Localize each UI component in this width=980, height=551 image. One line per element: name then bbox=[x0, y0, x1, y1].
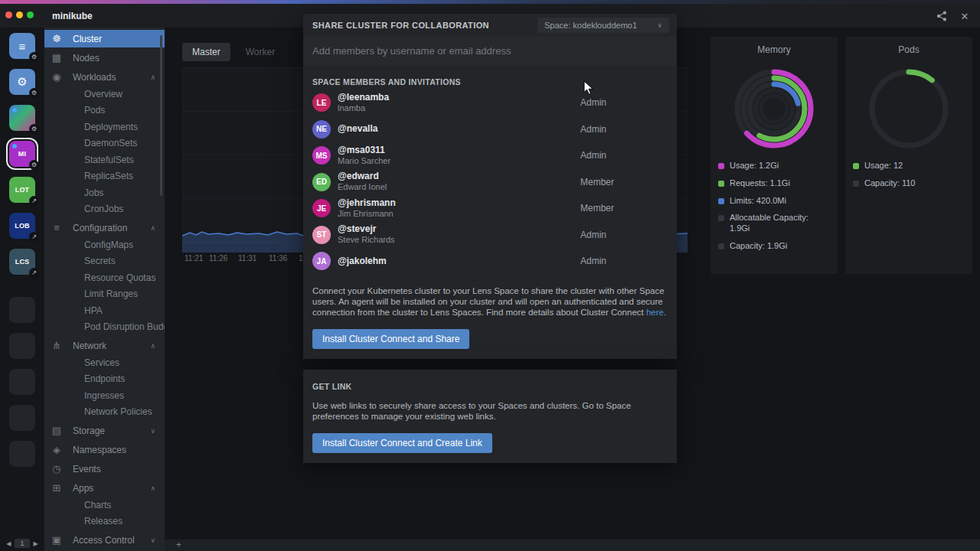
rail-item-badge-icon: ⚙ bbox=[29, 52, 39, 62]
space-selector-dropdown[interactable]: Space: kodeklouddemo1 ∨ bbox=[537, 18, 669, 33]
close-icon[interactable]: ✕ bbox=[959, 10, 971, 22]
sidebar-item[interactable]: Ingresses bbox=[44, 387, 165, 404]
member-row[interactable]: JA @jakolehm Admin bbox=[312, 248, 668, 275]
sidebar-item-label: CronJobs bbox=[84, 204, 123, 214]
legend-item: Capacity: 110 bbox=[853, 178, 965, 189]
sidebar-item[interactable]: ReplicaSets bbox=[44, 168, 165, 185]
member-role: Admin bbox=[580, 97, 668, 108]
member-avatar: MS bbox=[312, 146, 331, 165]
rail-item-badge-icon: ⚙ bbox=[29, 160, 39, 170]
sidebar-item-label: Nodes bbox=[73, 53, 100, 64]
x-axis-tick-label: 11:26 bbox=[209, 254, 227, 262]
sidebar-item[interactable]: CronJobs bbox=[44, 201, 165, 218]
sidebar-item-label: Access Control bbox=[73, 535, 135, 546]
rail-item[interactable]: MI ⚙ bbox=[9, 141, 35, 167]
pods-metrics-card: Pods Usage: 12 Capacity: 110 bbox=[845, 37, 972, 274]
sidebar-item-label: Namespaces bbox=[73, 445, 126, 455]
sidebar-scrollbar[interactable] bbox=[160, 35, 162, 196]
node-role-tab[interactable]: Worker bbox=[236, 43, 285, 61]
sidebar-item[interactable]: ⋔ Network ∧ bbox=[44, 337, 165, 354]
sidebar-item[interactable]: HPA bbox=[44, 302, 165, 319]
sidebar-item[interactable]: Pods bbox=[44, 103, 165, 119]
install-cluster-connect-share-button[interactable]: Install Cluster Connect and Share bbox=[312, 329, 469, 349]
sidebar-item-icon: ◈ bbox=[51, 444, 63, 455]
rail-item[interactable]: LCS ↗ bbox=[9, 249, 35, 275]
sidebar-item[interactable]: DaemonSets bbox=[44, 135, 165, 152]
sidebar-item[interactable]: Overview bbox=[44, 86, 165, 103]
install-cluster-connect-create-link-button[interactable]: Install Cluster Connect and Create Link bbox=[312, 433, 492, 453]
sidebar-item[interactable]: Network Policies bbox=[44, 404, 165, 421]
rail-item[interactable]: LOB ↗ bbox=[9, 213, 35, 239]
sidebar-item-icon: ▤ bbox=[51, 425, 63, 436]
add-members-input[interactable] bbox=[303, 37, 677, 65]
sidebar-item[interactable]: Limit Ranges bbox=[44, 286, 165, 303]
sidebar-item[interactable]: StatefulSets bbox=[44, 152, 165, 168]
sidebar-item-label: Overview bbox=[84, 89, 122, 99]
sidebar-nav: ☸ Cluster ▦ Nodes ◉ Workloads ∧ Overview… bbox=[44, 28, 165, 551]
sidebar-item[interactable]: Releases bbox=[44, 514, 165, 530]
sidebar-item-label: ConfigMaps bbox=[84, 240, 133, 250]
sidebar-item[interactable]: ≡ Configuration ∧ bbox=[44, 219, 165, 236]
member-row[interactable]: NE @nevalla Admin bbox=[312, 116, 668, 143]
close-traffic-light[interactable] bbox=[5, 11, 12, 18]
sidebar-item[interactable]: ☸ Cluster bbox=[44, 30, 165, 47]
pager-next-icon[interactable]: ▶ bbox=[34, 540, 38, 547]
sidebar-item-icon: ≡ bbox=[51, 222, 63, 233]
sidebar-item[interactable]: Jobs bbox=[44, 184, 165, 201]
add-tab-button[interactable]: + bbox=[176, 540, 181, 550]
sidebar-item-label: Pods bbox=[84, 105, 105, 116]
sidebar-item[interactable]: Services bbox=[44, 354, 165, 371]
rail-item[interactable]: LOT ↗ bbox=[9, 177, 35, 203]
rail-item[interactable]: ⚙ ⚙ bbox=[9, 69, 35, 95]
sidebar-item-icon: ◷ bbox=[51, 463, 63, 474]
member-row[interactable]: JE @jehrismann Jim Ehrismann Member bbox=[312, 195, 668, 222]
sidebar-item[interactable]: ◈ Namespaces bbox=[44, 441, 165, 458]
rail-placeholders bbox=[0, 297, 44, 477]
sidebar-item[interactable]: ▦ Nodes bbox=[44, 49, 165, 67]
sidebar-item[interactable]: Resource Quotas bbox=[44, 269, 165, 286]
rail-placeholder bbox=[9, 297, 35, 323]
pager-prev-icon[interactable]: ◀ bbox=[6, 540, 11, 547]
here-link[interactable]: here bbox=[646, 308, 664, 317]
rail-item-badge-icon: ↗ bbox=[29, 196, 39, 206]
rail-item-badge-icon: ↗ bbox=[29, 232, 39, 242]
x-axis-tick-label: 11:36 bbox=[269, 254, 287, 262]
sidebar-item[interactable]: ▣ Access Control ∨ bbox=[44, 531, 165, 549]
get-link-section: GET LINK Use web links to securely share… bbox=[303, 370, 677, 463]
member-row[interactable]: ED @edward Edward Ionel Member bbox=[312, 169, 668, 196]
sidebar-item-icon: ▣ bbox=[51, 534, 63, 546]
member-handle: @leenamba bbox=[338, 93, 389, 103]
legend-item: Requests: 1.1Gi bbox=[718, 178, 830, 189]
sidebar-item[interactable]: Deployments bbox=[44, 119, 165, 135]
member-avatar: NE bbox=[312, 120, 331, 139]
sidebar-item[interactable]: Charts bbox=[44, 497, 165, 514]
sidebar-item[interactable]: ConfigMaps bbox=[44, 236, 165, 253]
sidebar-item-label: Services bbox=[84, 357, 119, 368]
share-icon[interactable] bbox=[936, 10, 948, 22]
sidebar-item[interactable]: ◷ Events bbox=[44, 460, 165, 478]
rail-placeholder bbox=[9, 333, 35, 359]
rail-item[interactable]: ⚙ bbox=[9, 105, 35, 131]
node-role-tab[interactable]: Master bbox=[182, 43, 230, 61]
status-dot bbox=[12, 108, 17, 112]
rail-item[interactable]: ≡ ⚙ bbox=[9, 33, 35, 59]
member-row[interactable]: MS @msa0311 Mario Sarcher Admin bbox=[312, 142, 668, 169]
maximize-traffic-light[interactable] bbox=[27, 11, 34, 18]
sidebar-item[interactable]: ▤ Storage ∨ bbox=[44, 422, 165, 439]
pager-page-number: 1 bbox=[15, 539, 29, 548]
sidebar-item[interactable]: Endpoints bbox=[44, 371, 165, 388]
memory-donut-chart bbox=[728, 63, 820, 155]
legend-swatch bbox=[853, 181, 859, 187]
minimize-traffic-light[interactable] bbox=[16, 11, 23, 18]
legend-label: Limits: 420.0Mi bbox=[730, 196, 786, 207]
member-avatar: ED bbox=[312, 173, 331, 191]
sidebar-item[interactable]: ⊞ Apps ∧ bbox=[44, 479, 165, 497]
member-row[interactable]: ST @stevejr Steve Richards Admin bbox=[312, 222, 668, 249]
sidebar-item[interactable]: Secrets bbox=[44, 253, 165, 270]
sidebar-item[interactable]: ◉ Workloads ∧ bbox=[44, 68, 165, 86]
sidebar-item-label: Apps bbox=[73, 483, 93, 494]
sidebar-item[interactable]: Pod Disruption Budg… bbox=[44, 319, 165, 336]
x-axis-tick-label: 11:31 bbox=[238, 254, 256, 262]
member-row[interactable]: LE @leenamba lnamba Admin bbox=[312, 90, 668, 116]
legend-item: Allocatable Capacity: 1.9Gi bbox=[718, 213, 830, 234]
